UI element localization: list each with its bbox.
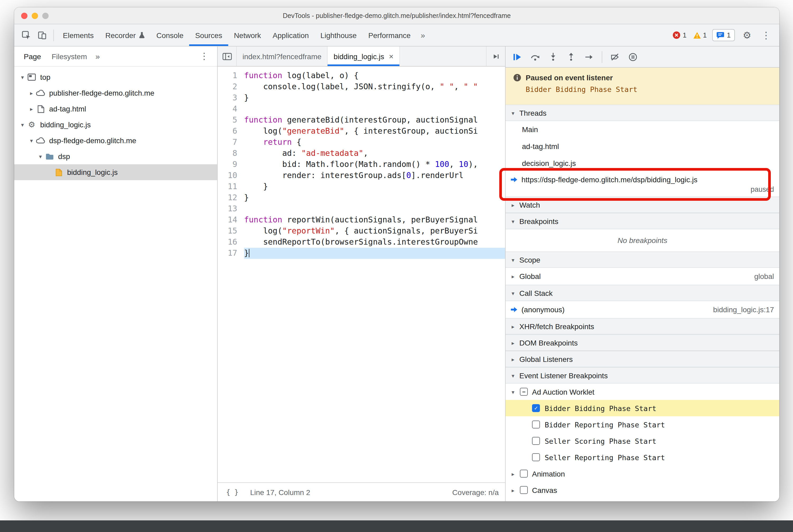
tree-item-dsp[interactable]: ▾dsp xyxy=(14,149,217,164)
chevron-right-icon[interactable]: ▸ xyxy=(510,487,516,493)
minimize-window-button[interactable] xyxy=(32,13,38,19)
tab-application[interactable]: Application xyxy=(267,24,315,46)
code-line-1[interactable]: 1function log(label, o) { xyxy=(218,70,505,81)
code-line-4[interactable]: 4 xyxy=(218,103,505,115)
tab-elements[interactable]: Elements xyxy=(57,24,99,46)
thread-row[interactable]: decision_logic.js xyxy=(506,155,779,172)
line-number[interactable]: 3 xyxy=(218,92,244,103)
editor-tab-nav-icon[interactable] xyxy=(486,46,505,66)
checkbox-unchecked[interactable] xyxy=(520,470,528,478)
elb-event-seller-scoring-phase-start[interactable]: Seller Scoring Phase Start xyxy=(506,433,779,449)
elb-category-canvas[interactable]: ▸Canvas xyxy=(506,482,779,498)
code-line-6[interactable]: 6 log("generateBid", { interestGroup, au… xyxy=(218,126,505,137)
tree-item-top[interactable]: ▾top xyxy=(14,69,217,85)
console-status-badges[interactable]: 1 1 xyxy=(673,31,707,39)
elb-category-animation[interactable]: ▸Animation xyxy=(506,466,779,482)
tab-console[interactable]: Console xyxy=(151,24,189,46)
code-line-10[interactable]: 10 render: interestGroup.ads[0].renderUr… xyxy=(218,170,505,181)
tab-page[interactable]: Page xyxy=(20,46,45,66)
line-number[interactable]: 6 xyxy=(218,126,244,137)
line-number[interactable]: 12 xyxy=(218,192,244,203)
editor-tab-bidding-logic-js[interactable]: bidding_logic.js× xyxy=(328,46,400,66)
inspect-element-icon[interactable] xyxy=(18,27,34,43)
section-threads[interactable]: ▾ Threads xyxy=(506,104,779,121)
code-line-9[interactable]: 9 bid: Math.floor(Math.random() * 100, 1… xyxy=(218,159,505,170)
chevron-down-icon[interactable]: ▾ xyxy=(18,121,26,128)
code-line-7[interactable]: 7 return { xyxy=(218,137,505,148)
toggle-navigator-icon[interactable] xyxy=(218,46,237,66)
line-number[interactable]: 10 xyxy=(218,170,244,181)
checkbox-unchecked[interactable] xyxy=(532,437,540,445)
line-number[interactable]: 1 xyxy=(218,70,244,81)
scope-row-global[interactable]: ▸Globalglobal xyxy=(506,268,779,285)
resume-script-icon[interactable] xyxy=(509,50,526,64)
code-line-13[interactable]: 13 xyxy=(218,203,505,214)
more-navigator-tabs-chevron[interactable]: » xyxy=(93,52,102,61)
code-line-5[interactable]: 5function generateBid(interestGroup, auc… xyxy=(218,115,505,126)
line-number[interactable]: 2 xyxy=(218,81,244,92)
pause-on-exceptions-icon[interactable] xyxy=(624,50,641,64)
tab-performance[interactable]: Performance xyxy=(362,24,416,46)
elb-event-seller-reporting-phase-start[interactable]: Seller Reporting Phase Start xyxy=(506,449,779,466)
line-number[interactable]: 5 xyxy=(218,115,244,126)
settings-gear-icon[interactable]: ⚙ xyxy=(740,29,754,41)
kebab-menu-icon[interactable]: ⋮ xyxy=(759,29,773,41)
deactivate-breakpoints-icon[interactable] xyxy=(606,50,623,64)
code-line-8[interactable]: 8 ad: "ad-metadata", xyxy=(218,148,505,159)
line-number[interactable]: 17 xyxy=(218,248,244,259)
section-scope[interactable]: ▾ Scope xyxy=(506,251,779,268)
line-number[interactable]: 4 xyxy=(218,103,244,115)
elb-event-bidder-bidding-phase-start[interactable]: ✓Bidder Bidding Phase Start xyxy=(506,400,779,416)
chevron-right-icon[interactable]: ▸ xyxy=(510,471,516,477)
code-line-11[interactable]: 11 } xyxy=(218,181,505,192)
section-watch[interactable]: ▸ Watch xyxy=(506,196,779,213)
section-event-listener-breakpoints[interactable]: ▾ Event Listener Breakpoints xyxy=(506,367,779,383)
tab-network[interactable]: Network xyxy=(228,24,267,46)
code-line-14[interactable]: 14function reportWin(auctionSignals, per… xyxy=(218,214,505,226)
section-global-listeners[interactable]: ▸ Global Listeners xyxy=(506,351,779,367)
chevron-down-icon[interactable]: ▾ xyxy=(36,153,44,159)
device-toolbar-icon[interactable] xyxy=(34,27,50,43)
editor-tab-index-html-fencedframe[interactable]: index.html?fencedframe xyxy=(237,46,328,66)
checkbox-checked[interactable]: ✓ xyxy=(532,404,540,412)
line-number[interactable]: 13 xyxy=(218,203,244,214)
section-xhr-breakpoints[interactable]: ▸ XHR/fetch Breakpoints xyxy=(506,318,779,335)
tree-item-ad-tag-html[interactable]: ▸ad-tag.html xyxy=(14,101,217,117)
section-call-stack[interactable]: ▾ Call Stack xyxy=(506,285,779,301)
call-stack-frame[interactable]: (anonymous)bidding_logic.js:17 xyxy=(506,301,779,318)
tree-item-publisher-fledge-demo-glitch-me[interactable]: ▸publisher-fledge-demo.glitch.me xyxy=(14,85,217,101)
tab-filesystem[interactable]: Filesystem xyxy=(47,46,91,66)
thread-row-active[interactable]: https://dsp-fledge-demo.glitch.me/dsp/bi… xyxy=(506,172,779,196)
line-number[interactable]: 15 xyxy=(218,226,244,237)
step-icon[interactable] xyxy=(581,50,598,64)
checkbox-indeterminate[interactable]: – xyxy=(520,388,528,396)
section-dom-breakpoints[interactable]: ▸ DOM Breakpoints xyxy=(506,335,779,351)
line-number[interactable]: 16 xyxy=(218,237,244,248)
chevron-down-icon[interactable]: ▾ xyxy=(510,388,516,395)
close-window-button[interactable] xyxy=(21,13,27,19)
thread-row[interactable]: ad-tag.html xyxy=(506,138,779,155)
pretty-print-icon[interactable]: { } xyxy=(224,488,241,497)
step-over-icon[interactable] xyxy=(527,50,544,64)
elb-category-ad-auction-worklet[interactable]: ▾–Ad Auction Worklet xyxy=(506,383,779,400)
step-out-icon[interactable] xyxy=(563,50,580,64)
checkbox-unchecked[interactable] xyxy=(520,486,528,494)
thread-row[interactable]: Main xyxy=(506,121,779,138)
tab-lighthouse[interactable]: Lighthouse xyxy=(315,24,362,46)
checkbox-unchecked[interactable] xyxy=(532,453,540,461)
line-number[interactable]: 9 xyxy=(218,159,244,170)
chevron-down-icon[interactable]: ▾ xyxy=(18,74,26,80)
line-number[interactable]: 7 xyxy=(218,137,244,148)
checkbox-unchecked[interactable] xyxy=(532,420,540,429)
chevron-down-icon[interactable]: ▾ xyxy=(27,137,35,144)
code-line-2[interactable]: 2 console.log(label, JSON.stringify(o, "… xyxy=(218,81,505,92)
tab-recorder[interactable]: Recorder xyxy=(99,24,151,46)
step-into-icon[interactable] xyxy=(545,50,562,64)
tree-item-bidding-logic-js[interactable]: bidding_logic.js xyxy=(14,164,217,180)
chevron-right-icon[interactable]: ▸ xyxy=(27,90,35,96)
chevron-right-icon[interactable]: ▸ xyxy=(510,273,516,280)
code-line-12[interactable]: 12} xyxy=(218,192,505,203)
tree-item-bidding-logic-js[interactable]: ▾⚙bidding_logic.js xyxy=(14,117,217,133)
code-line-17[interactable]: 17} xyxy=(218,248,505,259)
line-number[interactable]: 8 xyxy=(218,148,244,159)
